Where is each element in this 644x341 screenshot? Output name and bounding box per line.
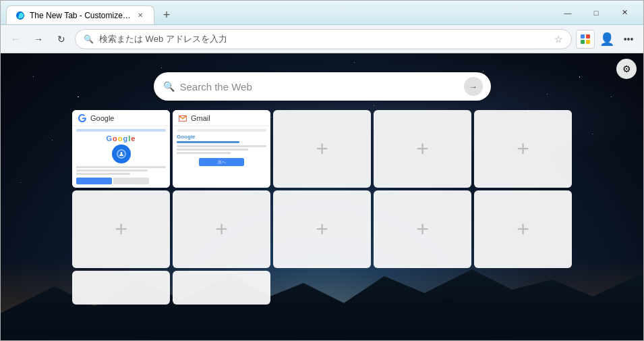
add-icon: + [517, 217, 529, 242]
tab-area: The New Tab - Customize Your S ✕ + [6, 1, 554, 24]
speed-dial-add-12[interactable] [173, 271, 270, 305]
bookmark-star-icon: ☆ [554, 34, 563, 45]
new-tab-button[interactable]: + [157, 5, 176, 24]
speed-dial-add-7[interactable]: + [173, 190, 270, 268]
window-controls: — □ ✕ [554, 3, 638, 22]
toolbar-icons: 👤 ••• [576, 30, 638, 49]
title-bar: The New Tab - Customize Your S ✕ + — □ ✕ [1, 1, 643, 25]
add-icon: + [517, 136, 529, 161]
speed-dial-add-11[interactable] [72, 271, 170, 305]
search-submit-button[interactable]: → [464, 77, 483, 96]
speed-dial-add-4[interactable]: + [374, 110, 471, 188]
arrow-icon: → [469, 82, 477, 92]
search-container: 🔍 Search the Web → [154, 72, 491, 101]
speed-dial-gmail-header: Gmail [173, 110, 270, 126]
speed-dial-add-3[interactable]: + [273, 110, 371, 188]
tab-title: The New Tab - Customize Your S [30, 11, 131, 20]
refresh-button[interactable]: ↻ [52, 30, 71, 49]
search-bar-placeholder: Search the Web [180, 81, 459, 93]
forward-button[interactable]: → [29, 30, 48, 49]
add-icon: + [416, 217, 429, 242]
add-icon: + [215, 217, 228, 242]
edge-collections-button[interactable] [576, 30, 595, 49]
speed-dial-gmail[interactable]: Gmail Google 次へ [173, 110, 270, 188]
svg-rect-1 [586, 34, 590, 38]
speed-dial-add-8[interactable]: + [273, 190, 371, 268]
back-button[interactable]: ← [6, 30, 25, 49]
svg-rect-2 [581, 40, 585, 44]
profile-button[interactable]: 👤 [597, 30, 616, 49]
active-tab[interactable]: The New Tab - Customize Your S ✕ [6, 5, 154, 24]
speed-dial-grid: Google Google [72, 110, 572, 340]
edge-collections-icon [580, 34, 591, 45]
speed-dial-gmail-title: Gmail [191, 114, 210, 122]
speed-dial-add-10[interactable]: + [474, 190, 572, 268]
speed-dial-google[interactable]: Google Google [72, 110, 170, 188]
address-bar: ← → ↻ 🔍 検索または Web アドレスを入力 ☆ 👤 ••• [1, 25, 643, 53]
search-bar-icon: 🔍 [163, 81, 175, 92]
gmail-favicon-icon [178, 113, 187, 123]
add-icon: + [316, 136, 328, 161]
close-button[interactable]: ✕ [611, 3, 638, 22]
tab-favicon-icon [15, 10, 26, 21]
customize-button[interactable]: ⚙ [616, 59, 637, 79]
minimize-button[interactable]: — [554, 3, 581, 22]
speed-dial-google-title: Google [90, 114, 114, 122]
url-search-icon: 🔍 [84, 34, 94, 44]
speed-dial-gmail-preview: Google 次へ [173, 126, 270, 188]
add-icon: + [416, 136, 429, 161]
search-bar[interactable]: 🔍 Search the Web → [154, 72, 491, 101]
speed-dial-add-9[interactable]: + [374, 190, 471, 268]
speed-dial-google-preview: Google [72, 126, 170, 188]
google-favicon-icon [78, 113, 87, 123]
url-text: 検索または Web アドレスを入力 [99, 33, 549, 45]
new-tab-page: ⚙ 🔍 Search the Web → Google [1, 53, 643, 340]
more-options-button[interactable]: ••• [619, 30, 638, 49]
tab-close-button[interactable]: ✕ [135, 10, 146, 21]
speed-dial-google-header: Google [72, 110, 170, 126]
svg-rect-3 [586, 40, 590, 44]
add-icon: + [316, 217, 328, 242]
url-bar[interactable]: 🔍 検索または Web アドレスを入力 ☆ [75, 29, 572, 49]
svg-rect-0 [581, 34, 585, 38]
gear-icon: ⚙ [622, 63, 631, 74]
add-icon: + [115, 217, 127, 242]
speed-dial-add-6[interactable]: + [72, 190, 170, 268]
browser-window: The New Tab - Customize Your S ✕ + — □ ✕… [0, 0, 644, 341]
maximize-button[interactable]: □ [583, 3, 610, 22]
speed-dial-add-5[interactable]: + [474, 110, 572, 188]
